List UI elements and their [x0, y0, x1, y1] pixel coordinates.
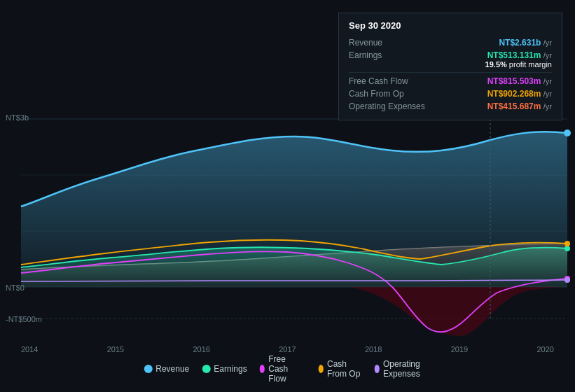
svg-point-9	[564, 277, 570, 283]
y-label-0: NT$0	[6, 284, 25, 292]
tooltip-divider	[349, 72, 552, 73]
x-label-2016: 2016	[193, 345, 210, 354]
chart-legend: Revenue Earnings Free Cash Flow Cash Fro…	[144, 354, 431, 384]
legend-item-op-exp[interactable]: Operating Expenses	[374, 359, 431, 379]
legend-label-earnings: Earnings	[214, 364, 247, 374]
legend-item-revenue[interactable]: Revenue	[144, 364, 189, 374]
legend-dot-revenue	[144, 365, 152, 373]
tooltip-value-fcf: NT$815.503m	[487, 76, 541, 86]
legend-label-op-exp: Operating Expenses	[383, 359, 431, 379]
x-axis: 2014 2015 2016 2017 2018 2019 2020	[0, 345, 575, 354]
tooltip-box: Sep 30 2020 Revenue NT$2.631b /yr Earnin…	[338, 13, 562, 120]
legend-item-cash-op[interactable]: Cash From Op	[318, 359, 361, 379]
svg-point-6	[564, 246, 570, 251]
legend-dot-cash-op	[318, 365, 324, 373]
y-label-neg500m: -NT$500m	[6, 315, 42, 323]
x-label-2014: 2014	[21, 345, 38, 354]
x-label-2019: 2019	[451, 345, 468, 354]
tooltip-label-cash-op: Cash From Op	[349, 89, 440, 99]
svg-point-5	[564, 130, 571, 136]
tooltip-label-earnings: Earnings	[349, 50, 440, 60]
tooltip-value-op-exp: NT$415.687m	[487, 102, 541, 111]
tooltip-row-fcf: Free Cash Flow NT$815.503m /yr	[349, 75, 552, 88]
tooltip-row-cash-op: Cash From Op NT$902.268m /yr	[349, 88, 552, 100]
legend-dot-fcf	[260, 365, 265, 373]
y-label-3b: NT$3b	[6, 113, 29, 122]
chart-container: NT$3b NT$0 -NT$500m 2014 2015 2016 2017 …	[0, 0, 575, 392]
tooltip-label-op-exp: Operating Expenses	[349, 102, 440, 111]
tooltip-row-earnings: Earnings NT$513.131m /yr 19.5% profit ma…	[349, 49, 552, 70]
legend-item-fcf[interactable]: Free Cash Flow	[260, 354, 306, 384]
legend-label-revenue: Revenue	[155, 364, 189, 374]
tooltip-profit-margin: 19.5% profit margin	[485, 60, 552, 69]
tooltip-value-revenue: NT$2.631b	[499, 38, 541, 48]
legend-dot-earnings	[202, 365, 210, 373]
tooltip-date: Sep 30 2020	[349, 20, 552, 31]
x-label-2017: 2017	[279, 345, 296, 354]
tooltip-row-revenue: Revenue NT$2.631b /yr	[349, 36, 552, 49]
legend-dot-op-exp	[374, 365, 380, 373]
legend-label-cash-op: Cash From Op	[327, 359, 361, 379]
x-label-2015: 2015	[107, 345, 124, 354]
x-label-2020: 2020	[537, 345, 554, 354]
tooltip-value-cash-op: NT$902.268m	[487, 89, 541, 99]
tooltip-label-fcf: Free Cash Flow	[349, 76, 440, 86]
tooltip-row-op-exp: Operating Expenses NT$415.687m /yr	[349, 100, 552, 113]
tooltip-value-earnings: NT$513.131m	[487, 50, 541, 60]
tooltip-label-revenue: Revenue	[349, 38, 440, 48]
svg-point-8	[564, 241, 570, 246]
legend-item-earnings[interactable]: Earnings	[202, 364, 247, 374]
legend-label-fcf: Free Cash Flow	[268, 354, 305, 384]
x-label-2018: 2018	[365, 345, 382, 354]
